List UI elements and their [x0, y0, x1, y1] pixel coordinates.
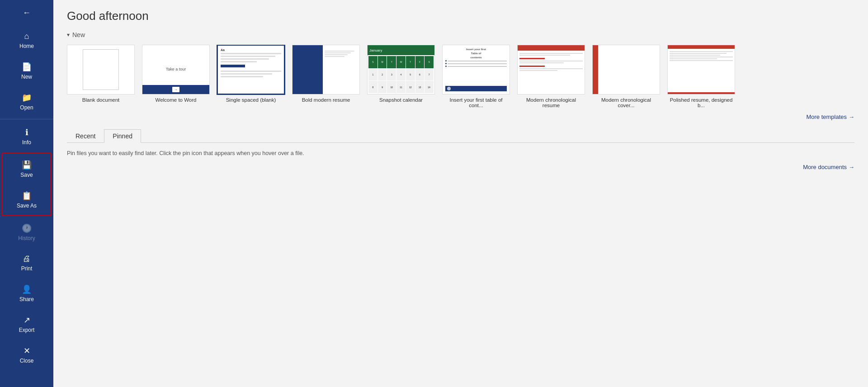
pin-hint-text: Pin files you want to easily find later.… — [67, 150, 854, 156]
blank-label: Blank document — [67, 97, 135, 103]
close-icon: ✕ — [24, 346, 30, 356]
main-content: Good afternoon ▾ New Blank document Take… — [53, 0, 868, 387]
doc-tabs: Recent Pinned — [67, 129, 854, 143]
share-icon: 👤 — [22, 284, 32, 294]
polished-resume-label: Polished resume, designed b... — [667, 97, 735, 108]
sidebar-item-export[interactable]: ↗ Export — [0, 309, 53, 340]
back-icon: ← — [23, 8, 31, 18]
chron-resume-thumb — [517, 45, 585, 94]
back-button[interactable]: ← — [19, 5, 35, 21]
templates-grid: Blank document Take a tour → Welcome to … — [67, 45, 854, 108]
bold-resume-thumb — [292, 45, 360, 94]
template-chron-cover[interactable]: Modern chronological cover... — [592, 45, 660, 108]
single-spaced-thumb: Aa — [217, 45, 285, 94]
more-templates-link[interactable]: More templates → — [806, 113, 854, 120]
template-bold-resume[interactable]: Bold modern resume — [292, 45, 360, 108]
greeting-text: Good afternoon — [67, 9, 854, 23]
template-chron-resume[interactable]: Modern chronological resume — [517, 45, 585, 108]
template-polished-resume[interactable]: Polished resume, designed b... — [667, 45, 735, 108]
sidebar: ← ⌂ Home 📄 New 📁 Open ℹ Info 💾 Save 📋 Sa… — [0, 0, 53, 387]
more-documents-link[interactable]: More documents → — [803, 164, 854, 170]
calendar-label: Snapshot calendar — [367, 97, 435, 103]
save-group: 💾 Save 📋 Save As — [2, 153, 52, 216]
template-blank[interactable]: Blank document — [67, 45, 135, 108]
export-icon: ↗ — [24, 315, 30, 325]
polished-resume-thumb — [667, 45, 735, 94]
new-icon: 📄 — [22, 62, 32, 72]
save-icon: 💾 — [22, 160, 32, 170]
sidebar-item-share[interactable]: 👤 Share — [0, 278, 53, 309]
template-single-spaced[interactable]: Aa Single spaced (blank) — [217, 45, 285, 108]
sidebar-item-info[interactable]: ℹ Info — [0, 121, 53, 152]
chron-cover-thumb — [592, 45, 660, 94]
welcome-label: Welcome to Word — [142, 97, 210, 103]
divider-1 — [0, 119, 53, 119]
toc-thumb: Insert your first Table of contents — [442, 45, 510, 94]
more-templates-row: More templates → — [67, 113, 854, 120]
more-documents-label: More documents — [803, 164, 847, 170]
save-as-icon: 📋 — [22, 191, 32, 201]
template-calendar[interactable]: January S M T W T F S 1 2 3 4 5 — [367, 45, 435, 108]
sidebar-item-open[interactable]: 📁 Open — [0, 86, 53, 117]
more-templates-label: More templates — [806, 113, 847, 120]
more-docs-row: More documents → — [67, 164, 854, 170]
sidebar-item-new[interactable]: 📄 New — [0, 56, 53, 86]
sidebar-item-print[interactable]: 🖨 Print — [0, 248, 53, 278]
welcome-thumb: Take a tour → — [142, 45, 210, 94]
sidebar-item-close[interactable]: ✕ Close — [0, 340, 53, 370]
tab-recent[interactable]: Recent — [67, 129, 104, 143]
single-spaced-label: Single spaced (blank) — [217, 97, 285, 103]
calendar-thumb: January S M T W T F S 1 2 3 4 5 — [367, 45, 435, 94]
print-icon: 🖨 — [23, 254, 31, 264]
new-section-label: New — [72, 31, 85, 38]
collapse-icon: ▾ — [67, 32, 70, 38]
sidebar-item-save-as[interactable]: 📋 Save As — [3, 184, 51, 215]
template-welcome[interactable]: Take a tour → Welcome to Word — [142, 45, 210, 108]
sidebar-item-home[interactable]: ⌂ Home — [0, 25, 53, 56]
chron-cover-label: Modern chronological cover... — [592, 97, 660, 108]
chron-resume-label: Modern chronological resume — [517, 97, 585, 108]
open-icon: 📁 — [22, 93, 32, 103]
toc-label: Insert your first table of cont... — [442, 97, 510, 108]
history-icon: 🕐 — [22, 223, 32, 233]
tab-pinned[interactable]: Pinned — [104, 129, 141, 143]
new-section-header[interactable]: ▾ New — [67, 31, 854, 38]
bold-resume-label: Bold modern resume — [292, 97, 360, 103]
sidebar-item-history[interactable]: 🕐 History — [0, 217, 53, 248]
more-documents-arrow: → — [849, 164, 854, 170]
template-toc[interactable]: Insert your first Table of contents Inse… — [442, 45, 510, 108]
info-icon: ℹ — [25, 127, 28, 137]
sidebar-item-save[interactable]: 💾 Save — [3, 154, 51, 184]
more-templates-arrow: → — [849, 113, 854, 120]
home-icon: ⌂ — [24, 32, 29, 41]
blank-thumb — [67, 45, 135, 94]
